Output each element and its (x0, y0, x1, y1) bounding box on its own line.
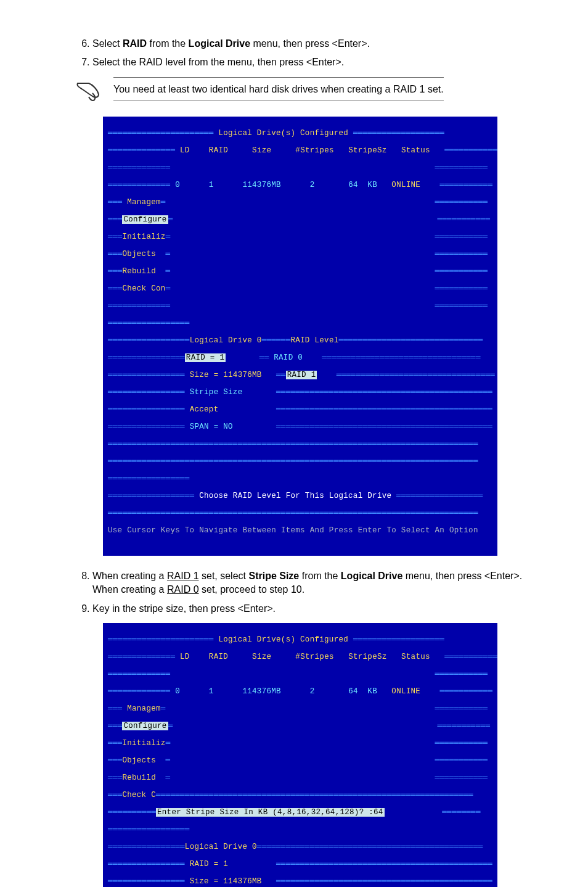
b2-row-stripes: 2 (310, 687, 315, 696)
b2-col-stripes: #Stripes (295, 653, 333, 661)
step7-text: Select the RAID level from the menu, the… (92, 57, 344, 67)
bios-screenshot-2: ══════════════════════ Logical Drive(s) … (103, 623, 497, 887)
step8-b2: Logical Drive (341, 571, 402, 581)
step8-l1-pre: When creating a (92, 571, 167, 581)
step8-raid0: RAID 0 (167, 584, 199, 595)
b1-col-status: Status (401, 146, 430, 155)
step-6: Select RAID from the Logical Drive menu,… (92, 37, 526, 51)
note-1: You need at least two identical hard dis… (74, 77, 526, 107)
step9-text: Key in the stripe size, then press <Ente… (92, 603, 276, 614)
b2-ld0-raid: RAID = 1 (190, 860, 228, 868)
b1-ld0-span: SPAN = NO (190, 423, 233, 431)
b1-hint: Use Cursor Keys To Navigate Between Item… (108, 526, 478, 535)
step8-l1-mid: set, select (199, 571, 249, 581)
b2-col-stripesz: StripeSz (348, 653, 386, 661)
b1-col-ld: LD (180, 146, 190, 155)
step6-pre: Select (92, 38, 123, 49)
b2-menu-2: Initializ (122, 739, 165, 748)
b1-col-raid: RAID (209, 146, 228, 155)
b2-menu-1: Configure (122, 722, 168, 730)
step8-l1-mid2: from the (299, 571, 341, 581)
b2-row-status: ONLINE (391, 687, 420, 696)
b1-menu-1: Configure (122, 215, 168, 224)
b2-menu-4: Rebuild (122, 774, 156, 782)
b1-col-stripes: #Stripes (295, 146, 333, 155)
b1-ld0-accept: Accept (190, 405, 219, 414)
b1-menu-4: Rebuild (122, 267, 156, 276)
b2-col-ld: LD (180, 653, 190, 661)
step8-l1-post: menu, then press <Enter>. (402, 571, 522, 581)
note1-text: You need at least two identical hard dis… (113, 77, 444, 102)
b1-prompt: Choose RAID Level For This Logical Drive (199, 492, 391, 500)
b1-row-raid: 1 (209, 181, 214, 189)
b2-menu-5: Check C (122, 791, 156, 799)
b1-row-ld: 0 (175, 181, 180, 189)
b2-menu-3: Objects (122, 756, 156, 765)
b1-sub-title: Logical Drive 0 (190, 336, 262, 345)
b1-row-stripes: 2 (310, 181, 315, 189)
step6-b1: RAID (123, 38, 147, 49)
step8-l2-pre: When creating a (92, 584, 167, 595)
b2-col-size: Size (252, 653, 271, 661)
b1-col-size: Size (252, 146, 271, 155)
b2-row-size: 114376MB (242, 687, 280, 696)
b1-menu-3: Objects (122, 250, 156, 258)
b2-sub-title: Logical Drive 0 (185, 843, 257, 851)
b1-header-title: Logical Drive(s) Configured (218, 129, 348, 138)
steps-list-a: Select RAID from the Logical Drive menu,… (74, 37, 526, 70)
b1-row-status: ONLINE (391, 181, 420, 189)
step6-b2: Logical Drive (189, 38, 250, 49)
step-8: When creating a RAID 1 set, select Strip… (92, 569, 526, 597)
b1-row-szu: KB (367, 181, 377, 189)
b1-raidopt-1: RAID 1 (286, 371, 317, 379)
b1-row-size: 114376MB (242, 181, 280, 189)
b2-row-szu: KB (367, 687, 377, 696)
hand-note-icon (74, 80, 101, 107)
b1-menu-2: Initializ (122, 233, 165, 241)
b1-ld0-stripe: Stripe Size (190, 388, 243, 397)
steps-list-b: When creating a RAID 1 set, select Strip… (74, 569, 526, 616)
step6-mid: from the (147, 38, 189, 49)
b2-row-ld: 0 (175, 687, 180, 696)
bios-screenshot-1: ══════════════════════ Logical Drive(s) … (103, 117, 497, 556)
b1-ld0-raid: RAID = 1 (185, 353, 226, 362)
b2-row-raid: 1 (209, 687, 214, 696)
step6-post: menu, then press <Enter>. (250, 38, 370, 49)
b2-col-status: Status (401, 653, 430, 661)
b1-col-stripesz: StripeSz (348, 146, 386, 155)
step-7: Select the RAID level from the menu, the… (92, 56, 526, 69)
b2-header-title: Logical Drive(s) Configured (218, 635, 348, 644)
b1-raidlvl: RAID Level (290, 336, 338, 345)
step8-raid1: RAID 1 (167, 571, 199, 581)
b2-stripe-prompt: Enter Stripe Size In KB (4,8,16,32,64,12… (156, 808, 385, 817)
b2-row-szv: 64 (348, 687, 358, 696)
step8-b1: Stripe Size (248, 571, 299, 581)
b1-menu-5: Check Con (122, 284, 165, 293)
b1-raidopt-0: RAID 0 (274, 353, 303, 362)
step8-l2-post: set, proceed to step 10. (199, 584, 305, 595)
step-9: Key in the stripe size, then press <Ente… (92, 602, 526, 616)
b2-ld0-size: Size = 114376MB (190, 877, 262, 886)
b1-ld0-size: Size = 114376MB (190, 371, 262, 379)
b2-menu-0: Managem (127, 704, 161, 713)
b2-col-raid: RAID (209, 653, 228, 661)
b1-menu-0: Managem (127, 198, 161, 207)
b1-row-szv: 64 (348, 181, 358, 189)
